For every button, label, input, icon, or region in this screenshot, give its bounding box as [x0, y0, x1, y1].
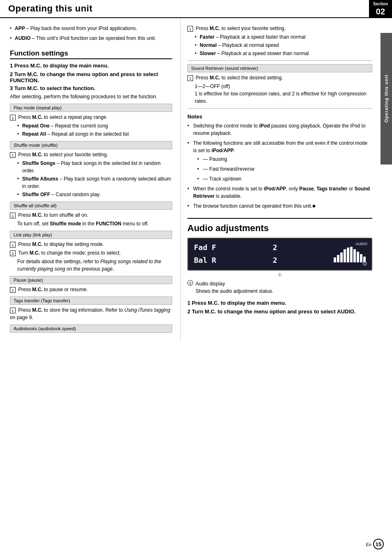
display-line1-left: Fad F [194, 241, 216, 254]
display-line1-mid: 2 [273, 241, 277, 254]
display-text-mid: 2 2 [273, 241, 277, 266]
step3-heading: 3 Turn M.C. to select the function. [10, 85, 172, 91]
en-label: En [366, 542, 371, 547]
page-number: 15 [373, 539, 384, 549]
audiobooks-bullets: Faster – Playback at a speed faster than… [195, 33, 372, 57]
left-column: APP – Play back the sound from your iPod… [0, 18, 181, 341]
annotation-line: ① Audio display Shows the audio adjustme… [187, 280, 372, 295]
list-item: Shuffle Songs – Play back songs in the s… [17, 160, 172, 174]
intro-bullets: APP – Play back the sound from your iPod… [10, 25, 172, 42]
audio-text: – This unit's iPod function can be opera… [32, 35, 156, 41]
list-item: Shuffle Albums – Play back songs from a … [17, 175, 172, 190]
sound-retriever-label: Sound Retriever (sound retriever) [187, 64, 372, 72]
list-item: Repeat All – Repeat all songs in the sel… [17, 130, 172, 138]
audio-label: AUDIO [15, 35, 31, 41]
play-mode-step: 1 Press M.C. to select a repeat play ran… [10, 114, 172, 121]
list-item: The following functions are still access… [187, 139, 372, 183]
sound-retriever-sub: (sound retriever) [225, 66, 258, 71]
list-item: The browse function cannot be operated f… [187, 202, 372, 210]
display-callout: ① [187, 272, 372, 278]
link-play-note: For details about the settings, refer to… [17, 258, 172, 273]
step2-heading: 2 Turn M.C. to change the menu option an… [10, 71, 172, 83]
display-icon: ⊙ [362, 260, 367, 266]
list-item: Slower – Playback at a speed slower than… [195, 50, 372, 57]
circle-num: ① [187, 280, 193, 286]
audiobooks-step: 1 Press M.C. to select your favorite set… [187, 25, 372, 32]
right-column: 1 Press M.C. to select your favorite set… [181, 18, 392, 341]
list-item: — Pausing [197, 155, 372, 163]
play-mode-bullets: Repeat One – Repeat the current song Rep… [17, 122, 172, 138]
audiobooks-label: Audiobooks (audiobook speed) [10, 324, 172, 333]
tags-transfer-step: 1 Press M.C. to store the tag informatio… [10, 306, 172, 321]
shuffle-all-step: 1 Press M.C. to turn shuffle all on. [10, 211, 172, 219]
step1-heading: 1 Press M.C. to display the main menu. [10, 63, 172, 69]
page-header: Operating this unit Section 02 [0, 0, 392, 18]
function-settings-title: Function settings [10, 49, 172, 59]
display-line2-left: Bal R [194, 254, 216, 267]
page-title: Operating this unit [8, 3, 92, 14]
audio-display: Fad F Bal R 2 2 AUDIO ⊙ [187, 238, 372, 271]
app-text: – Play back the sound from your iPod app… [26, 25, 137, 31]
shuffle-mode-bullets: Shuffle Songs – Play back songs in the s… [17, 160, 172, 198]
list-item: Normal – Playback at normal speed [195, 42, 372, 49]
notes-list: Switching the control mode to iPod pause… [187, 122, 372, 210]
notes-title: Notes [187, 114, 372, 120]
sidebar-vertical-label: Operating this unit [380, 33, 392, 164]
link-play-step1: 1 Press M.C. to display the setting mode… [10, 241, 172, 248]
list-item: Switching the control mode to iPod pause… [187, 122, 372, 137]
divider2 [187, 108, 372, 109]
list-item: When the control mode is set to iPod/APP… [187, 185, 372, 200]
display-audio-label: AUDIO [355, 242, 367, 246]
list-item: — Fast forward/reverse [197, 165, 372, 173]
list-item: Faster – Playback at a speed faster than… [195, 33, 372, 41]
tags-transfer-label: Tags transfer (Tags transfer) [10, 297, 172, 305]
section-label: Section [373, 2, 388, 6]
pause-step: 1 Press M.C. to pause or resume. [10, 286, 172, 293]
divider [187, 60, 372, 61]
play-mode-label: Play mode (repeat play) [10, 104, 172, 112]
shuffle-all-label: Shuffle all (shuffle all) [10, 202, 172, 210]
annotation-label: Audio display [196, 280, 273, 287]
link-play-label: Link play (link play) [10, 231, 172, 239]
main-content: APP – Play back the sound from your iPod… [0, 18, 392, 341]
shuffle-mode-step: 1 Press M.C. to select your favorite set… [10, 151, 172, 158]
list-item: — Track up/down [197, 175, 372, 183]
link-play-step2: 2 Turn M.C. to change the mode; press to… [10, 249, 172, 257]
list-item: AUDIO – This unit's iPod function can be… [10, 35, 172, 42]
display-bars [334, 246, 366, 262]
list-item: Shuffle OFF – Cancel random play. [17, 191, 172, 198]
step-num-1: 1 [10, 115, 16, 120]
audio-step1: 1 Press M.C. to display the main menu. [187, 300, 372, 306]
step3-body: After selecting, perform the following p… [10, 93, 172, 100]
list-item: APP – Play back the sound from your iPod… [10, 25, 172, 32]
audio-step2: 2 Turn M.C. to change the menu option an… [187, 308, 372, 315]
display-line2-mid: 2 [273, 254, 277, 267]
shuffle-all-note: To turn off, set Shuffle mode in the FUN… [17, 220, 172, 227]
sound-retriever-setting: 1—2—OFF (off) 1 is effective for low com… [195, 83, 372, 105]
app-label: APP [15, 25, 25, 31]
sound-retriever-step: 1 Press M.C. to select the desired setti… [187, 74, 372, 81]
annotation-body: Shows the audio adjustment status. [196, 287, 273, 295]
audio-adjustments-title: Audio adjustments [187, 218, 372, 234]
pause-label: Pause (pause) [10, 276, 172, 284]
play-mode-sub: (repeat play) [36, 105, 62, 110]
section-badge: Section 02 [369, 0, 392, 18]
display-text-left: Fad F Bal R [194, 241, 216, 266]
section-number: 02 [373, 7, 388, 16]
shuffle-mode-label: Shuffle mode (shuffle) [10, 141, 172, 149]
list-item: Repeat One – Repeat the current song [17, 122, 172, 130]
